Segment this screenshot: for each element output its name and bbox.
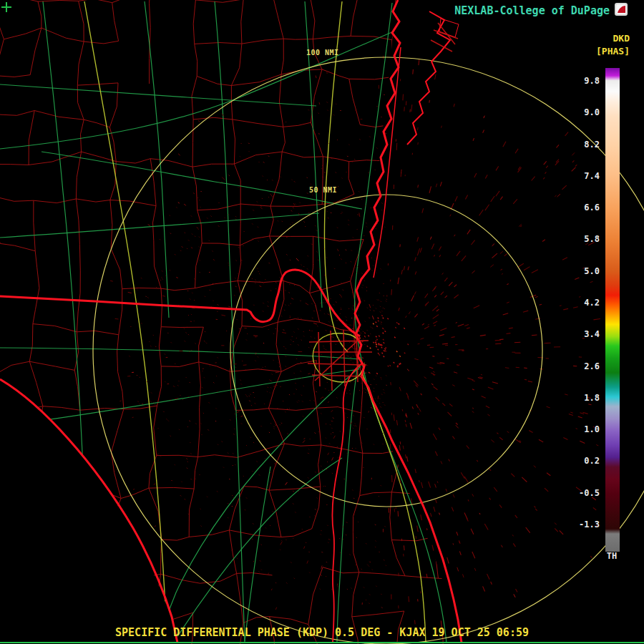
colorbar-tick: 5.8 <box>551 234 600 244</box>
colorbar-tick: 9.8 <box>551 76 600 86</box>
colorbar-tick: 8.2 <box>551 140 600 150</box>
road <box>42 152 362 209</box>
cod-logo-icon <box>614 2 628 19</box>
road <box>245 467 270 641</box>
colorbar-tick: 1.8 <box>551 393 600 403</box>
corner-mark-icon <box>1 2 11 12</box>
highway <box>362 372 426 643</box>
colorbar-tick: -0.5 <box>551 488 600 498</box>
atlantic-coastline <box>355 0 462 643</box>
barrier-islands <box>407 11 450 145</box>
road-network <box>0 1 447 643</box>
coastline-and-borders <box>0 0 462 643</box>
colorbar-tick: 2.6 <box>551 361 600 371</box>
credit-text: NEXLAB-College of DuPage <box>454 4 610 17</box>
colorbar-tick: 4.2 <box>551 298 600 308</box>
road <box>175 458 342 641</box>
units-label: [PHAS] <box>596 46 630 57</box>
range-ring-label-50nmi: 50 NMI <box>309 186 337 194</box>
road <box>0 348 361 359</box>
status-bar: SPECIFIC DIFFERENTIAL PHASE (KDP) 0.5 DE… <box>0 626 644 639</box>
road <box>43 1 89 643</box>
radar-echoes <box>110 56 600 625</box>
highway <box>84 1 167 643</box>
island-chain <box>374 47 401 278</box>
product-title: SPECIFIC DIFFERENTIAL PHASE (KDP) 0.5 DE… <box>115 626 529 639</box>
colorbar-gradient <box>605 68 620 552</box>
radar-display: 100 NMI 50 NMI NEXLAB-College of DuPage … <box>0 0 644 644</box>
radar-map: 100 NMI 50 NMI <box>0 0 644 644</box>
colorbar-tick: -1.3 <box>551 519 600 530</box>
road <box>215 1 245 643</box>
bottom-border-line <box>0 642 644 643</box>
colorbar-tick: 5.0 <box>551 266 600 276</box>
product-code-label: DKD <box>613 33 630 44</box>
range-ring-label-100nmi: 100 NMI <box>306 49 339 57</box>
road <box>0 84 316 106</box>
colorbar-tick: 9.0 <box>551 107 600 117</box>
road <box>0 213 319 238</box>
colorbar-tick: 3.4 <box>551 329 600 339</box>
header: NEXLAB-College of DuPage <box>454 2 628 19</box>
colorbar-tick: 1.0 <box>551 424 600 434</box>
colorbar-tick: 0.2 <box>551 456 600 466</box>
colorbar-threshold-label: TH <box>600 551 624 561</box>
colorbar-tick: 7.4 <box>551 171 600 181</box>
colorbar-tick: 6.6 <box>551 203 600 213</box>
